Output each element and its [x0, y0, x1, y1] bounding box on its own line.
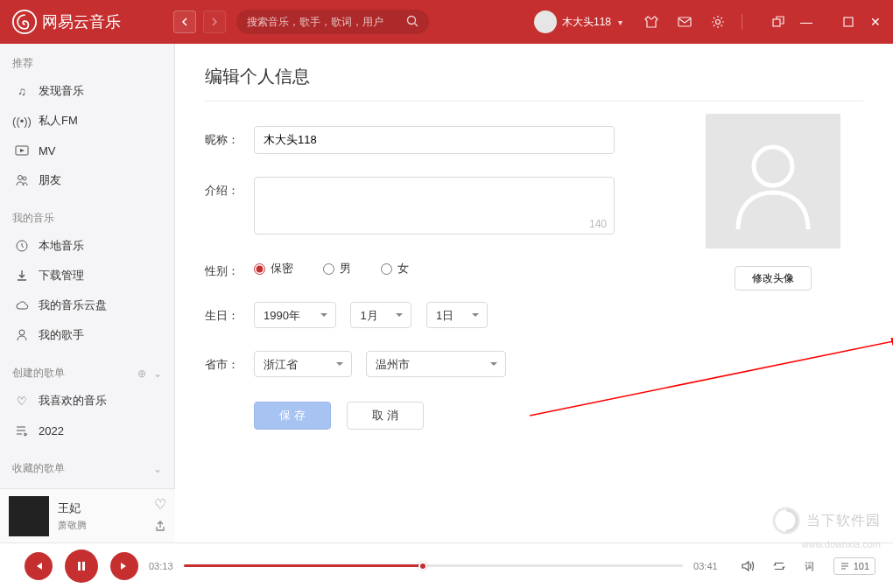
sidebar-item-fm[interactable]: ((•))私人FM [0, 106, 174, 136]
svg-rect-3 [679, 18, 691, 26]
svg-point-4 [716, 20, 721, 24]
gender-radio-secret[interactable]: 保密 [254, 261, 293, 276]
page-title: 编辑个人信息 [205, 65, 863, 88]
skin-icon[interactable] [642, 12, 661, 32]
list-icon [840, 561, 850, 571]
sidebar-item-label: 我的音乐云盘 [39, 298, 107, 313]
progress-thumb[interactable] [418, 562, 427, 570]
download-icon [14, 268, 30, 284]
intro-textarea[interactable] [264, 183, 605, 228]
birth-day-select[interactable]: 1日 [426, 302, 488, 328]
header-divider [742, 14, 742, 30]
playlist-icon [14, 423, 30, 438]
netease-logo-icon [12, 10, 37, 34]
watermark: 当下软件园 [771, 506, 881, 536]
user-menu[interactable]: 木大头118 ▾ [534, 10, 622, 33]
time-elapsed: 03:13 [149, 561, 173, 571]
minimize-button[interactable]: — [800, 15, 812, 29]
sidebar-item-download[interactable]: 下载管理 [0, 261, 174, 290]
sidebar-item-label: 发现音乐 [39, 83, 84, 99]
mini-mode-icon[interactable] [769, 12, 788, 32]
next-track-button[interactable] [110, 552, 138, 580]
logo-text: 网易云音乐 [42, 11, 121, 32]
sidebar-item-friends[interactable]: 朋友 [0, 165, 174, 195]
logo[interactable]: 网易云音乐 [12, 10, 121, 34]
track-title: 王妃 [58, 500, 154, 516]
chevron-down-icon[interactable]: ⌄ [153, 463, 162, 475]
sidebar-item-discover[interactable]: ♫发现音乐 [0, 76, 174, 106]
maximize-button[interactable] [839, 12, 858, 32]
sidebar-section-recommend: 推荐 [0, 52, 174, 76]
loop-icon[interactable] [770, 557, 788, 575]
svg-point-8 [18, 176, 23, 180]
birth-year-select[interactable]: 1990年 [254, 302, 336, 328]
user-name: 木大头118 [562, 15, 611, 30]
sidebar-item-liked[interactable]: ♡我喜欢的音乐 [0, 386, 174, 416]
sidebar-item-cloud[interactable]: 我的音乐云盘 [0, 290, 174, 320]
add-playlist-icon[interactable]: ⊕ [137, 368, 146, 380]
sidebar-item-label: 我的歌手 [39, 327, 84, 343]
province-select[interactable]: 浙江省 [254, 351, 352, 377]
user-avatar-mini [534, 10, 557, 33]
nickname-input[interactable] [254, 126, 615, 154]
music-note-icon: ♫ [14, 83, 30, 99]
sidebar-item-playlist-2022[interactable]: 2022 [0, 416, 174, 445]
lyrics-icon[interactable]: 词 [802, 557, 819, 575]
svg-point-9 [23, 177, 26, 180]
play-rect-icon [14, 143, 30, 158]
sidebar-item-label: 私人FM [39, 113, 78, 129]
playlist-count-button[interactable]: 101 [833, 557, 875, 575]
progress-bar[interactable] [184, 564, 684, 567]
sidebar-item-mv[interactable]: MV [0, 136, 174, 165]
sidebar-item-label: 2022 [39, 424, 64, 438]
sidebar-item-artists[interactable]: 我的歌手 [0, 320, 174, 350]
player-bar: 03:13 03:41 词 101 [0, 542, 893, 588]
person-icon [14, 327, 30, 343]
save-button[interactable]: 保 存 [254, 402, 331, 430]
settings-icon[interactable] [708, 12, 728, 32]
share-track-icon[interactable] [154, 520, 166, 536]
nickname-label: 昵称： [205, 126, 254, 148]
volume-icon[interactable] [739, 557, 756, 575]
search-input[interactable] [247, 16, 406, 28]
album-cover[interactable] [9, 496, 49, 536]
prev-track-button[interactable] [25, 552, 53, 580]
gender-radio-female[interactable]: 女 [381, 261, 409, 276]
sidebar-item-label: 朋友 [39, 172, 61, 188]
playlist-count: 101 [854, 561, 869, 571]
like-track-icon[interactable]: ♡ [154, 496, 166, 513]
clock-icon [14, 238, 30, 254]
time-total: 03:41 [693, 561, 718, 571]
play-pause-button[interactable] [65, 550, 98, 583]
sidebar-section-created: 创建的歌单 ⊕⌄ [0, 362, 174, 386]
change-avatar-button[interactable]: 修改头像 [735, 266, 812, 290]
divider [205, 101, 863, 102]
gender-radio-male[interactable]: 男 [323, 261, 351, 276]
close-button[interactable]: ✕ [870, 15, 881, 29]
search-box[interactable] [236, 10, 429, 34]
avatar-preview [706, 114, 840, 248]
avatar-placeholder-icon [725, 133, 821, 229]
sidebar-item-label: MV [39, 144, 56, 158]
people-icon [14, 172, 30, 188]
cancel-button[interactable]: 取 消 [347, 402, 424, 430]
sidebar-item-collected-1[interactable]: 燃起来 抖腿患者们 [0, 481, 174, 488]
sidebar-item-local[interactable]: 本地音乐 [0, 231, 174, 261]
svg-point-12 [754, 147, 792, 186]
city-select[interactable]: 温州市 [366, 351, 506, 377]
svg-point-1 [408, 16, 416, 24]
search-icon[interactable] [406, 15, 418, 30]
nav-forward-button[interactable] [203, 10, 226, 33]
svg-rect-5 [773, 19, 780, 26]
mail-icon[interactable] [675, 12, 694, 32]
nav-back-button[interactable] [173, 10, 196, 33]
chevron-left-icon [180, 18, 189, 26]
sidebar-section-collected: 收藏的歌单 ⌄ [0, 458, 174, 481]
chevron-down-icon[interactable]: ⌄ [153, 368, 162, 380]
svg-rect-6 [844, 18, 853, 26]
province-label: 省市： [205, 351, 254, 373]
svg-point-17 [774, 508, 798, 533]
birth-month-select[interactable]: 1月 [350, 302, 411, 328]
radio-label: 保密 [271, 261, 293, 276]
intro-label: 介绍： [205, 177, 254, 199]
